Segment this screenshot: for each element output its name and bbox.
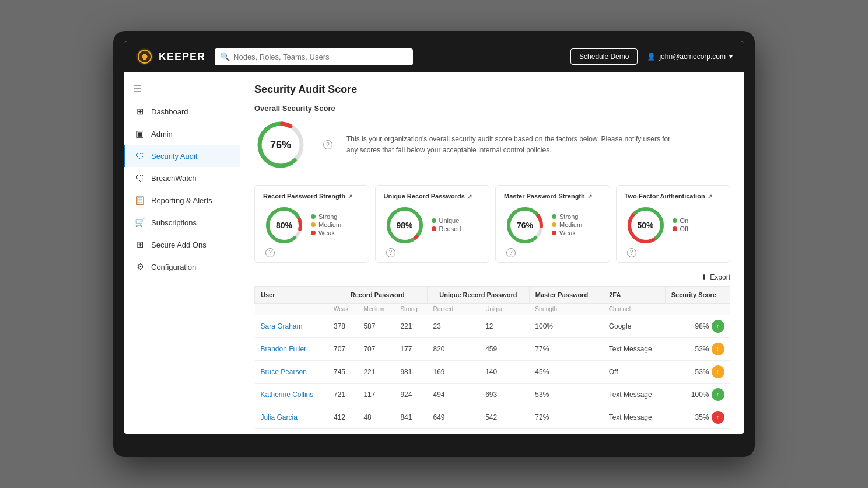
user-link[interactable]: Katherine Collins — [261, 391, 314, 399]
user-menu[interactable]: 👤 john@acmecorp.com ▾ — [647, 53, 733, 61]
user-link[interactable]: Brandon Fuller — [261, 345, 307, 353]
gauge-unique-password: 98% — [384, 204, 426, 246]
user-link[interactable]: Sara Graham — [261, 322, 303, 330]
help-icon-unique-password[interactable]: ? — [386, 248, 396, 257]
audit-table: User Record Password Unique Record Passw… — [254, 286, 730, 434]
cell-score: 53% ↑ — [665, 337, 730, 360]
table-sub-header-row: Weak Medium Strong Reused Unique Strengt… — [255, 303, 730, 315]
gauge-2fa-value: 50% — [637, 221, 653, 230]
cell-unique: 330 — [480, 428, 529, 434]
external-link-icon[interactable]: ↗ — [348, 193, 352, 200]
cell-medium: 117 — [358, 383, 394, 406]
legend-2fa: On Off — [673, 217, 689, 233]
legend-unique-password: Unique Reused — [432, 217, 461, 233]
download-icon: ⬇ — [701, 273, 707, 281]
metric-master-password-strength: Master Password Strength ↗ 76% — [495, 185, 610, 263]
overall-score-value: 76% — [270, 139, 291, 151]
overall-gauge: 76% — [254, 118, 307, 171]
export-row: ⬇ Export — [254, 273, 730, 281]
sidebar-item-secure-add-ons[interactable]: ⊞ Secure Add Ons — [124, 233, 240, 256]
cell-medium: 707 — [358, 337, 394, 360]
gauge-record-password: 80% — [263, 204, 305, 246]
cell-strong: 177 — [394, 337, 427, 360]
metric-title-2fa: Two-Factor Authentication ↗ — [625, 193, 722, 200]
metric-body-master-password: 76% Strong Medium Weak — [504, 204, 601, 246]
cell-strength: 100% — [529, 315, 603, 337]
sidebar-item-dashboard[interactable]: ⊞ Dashboard — [124, 100, 240, 123]
cell-reused: 23 — [427, 315, 480, 337]
search-input[interactable] — [215, 48, 413, 65]
sidebar-item-breachwatch[interactable]: 🛡 BreachWatch — [124, 167, 240, 189]
grid-apps-icon: ⊞ — [135, 239, 145, 250]
cell-user: Sara Graham — [255, 315, 328, 337]
cell-reused: 649 — [427, 406, 480, 428]
sidebar-item-label: Dashboard — [151, 107, 188, 116]
cell-reused: 139 — [427, 428, 480, 434]
score-badge: ↑ — [712, 343, 724, 355]
cell-unique: 693 — [480, 383, 529, 406]
cell-user: Julia Garcia — [255, 406, 328, 428]
cell-medium: 980 — [358, 428, 394, 434]
schedule-demo-button[interactable]: Schedule Demo — [570, 48, 638, 65]
cell-weak: 378 — [328, 315, 358, 337]
external-link-icon[interactable]: ↗ — [467, 193, 472, 200]
col-unique-record-password: Unique Record Password — [427, 286, 529, 303]
chevron-down-icon: ▾ — [729, 53, 733, 61]
cell-score: 98% ↑ — [665, 315, 730, 337]
help-icon-record-password[interactable]: ? — [265, 248, 275, 257]
sidebar-item-label: Admin — [151, 130, 173, 138]
cell-strong: 981 — [394, 360, 427, 383]
sidebar-item-subscriptions[interactable]: 🛒 Subscriptions — [124, 211, 240, 233]
sidebar-item-admin[interactable]: ▣ Admin — [124, 123, 240, 145]
cell-channel: Off — [603, 360, 666, 383]
sidebar-item-label: BreachWatch — [151, 174, 197, 183]
cell-strength: 72% — [529, 406, 603, 428]
score-badge: ↑ — [712, 320, 724, 333]
account-icon: 👤 — [647, 53, 656, 61]
col-record-password: Record Password — [328, 286, 427, 303]
user-email: john@acmecorp.com — [659, 53, 726, 61]
metrics-row: Record Password Strength ↗ 80% — [254, 185, 730, 263]
gauge-2fa: 50% — [625, 204, 667, 246]
cell-score: 100% ↑ — [665, 383, 730, 406]
cell-score: 98% ↑ — [665, 428, 730, 434]
metric-unique-record-passwords: Unique Record Passwords ↗ 98% — [375, 185, 490, 263]
grid-icon: ⊞ — [135, 106, 145, 117]
cell-channel: Off — [603, 428, 666, 434]
overall-help-icon[interactable]: ? — [323, 140, 332, 149]
cell-strong: 221 — [394, 315, 427, 337]
cart-icon: 🛒 — [135, 217, 145, 228]
table-header-row: User Record Password Unique Record Passw… — [255, 286, 730, 303]
sidebar-item-reporting-alerts[interactable]: 📋 Reporting & Alerts — [124, 189, 240, 211]
cell-unique: 140 — [480, 360, 529, 383]
cell-score: 53% ↑ — [665, 360, 730, 383]
search-bar[interactable]: 🔍 — [215, 48, 413, 65]
cell-channel: Text Message — [603, 406, 666, 428]
cell-weak: 721 — [328, 383, 358, 406]
overall-score-row: 76% ? This is your organization's overal… — [254, 118, 730, 171]
metric-two-factor-auth: Two-Factor Authentication ↗ 50% — [616, 185, 731, 263]
cell-user: Katherine Collins — [255, 383, 328, 406]
sidebar-item-label: Reporting & Alerts — [151, 196, 212, 205]
shield-icon: 🛡 — [135, 151, 145, 161]
user-link[interactable]: Julia Garcia — [261, 413, 298, 421]
export-button[interactable]: ⬇ Export — [701, 273, 730, 281]
help-icon-master-password[interactable]: ? — [506, 248, 516, 257]
logo: KEEPER — [135, 47, 205, 66]
external-link-icon[interactable]: ↗ — [708, 193, 712, 200]
top-bar-right: Schedule Demo 👤 john@acmecorp.com ▾ — [570, 48, 733, 65]
score-badge: ↑ — [712, 434, 724, 434]
cell-weak: 707 — [328, 337, 358, 360]
sidebar-item-configuration[interactable]: ⚙ Configuration — [124, 256, 240, 278]
user-link[interactable]: Bruce Pearson — [261, 368, 307, 376]
main-layout: ☰ ⊞ Dashboard ▣ Admin 🛡 Security Audit 🛡… — [124, 72, 744, 434]
sidebar: ☰ ⊞ Dashboard ▣ Admin 🛡 Security Audit 🛡… — [124, 72, 240, 434]
help-icon-2fa[interactable]: ? — [627, 248, 636, 257]
overall-score-description: This is your organization's overall secu… — [346, 134, 673, 156]
col-master-password: Master Password — [529, 286, 603, 303]
cell-strong: 350 — [394, 428, 427, 434]
sidebar-item-security-audit[interactable]: 🛡 Security Audit — [124, 145, 240, 167]
hamburger-icon[interactable]: ☰ — [124, 78, 240, 100]
external-link-icon[interactable]: ↗ — [587, 193, 592, 200]
gauge-unique-password-value: 98% — [396, 221, 412, 230]
